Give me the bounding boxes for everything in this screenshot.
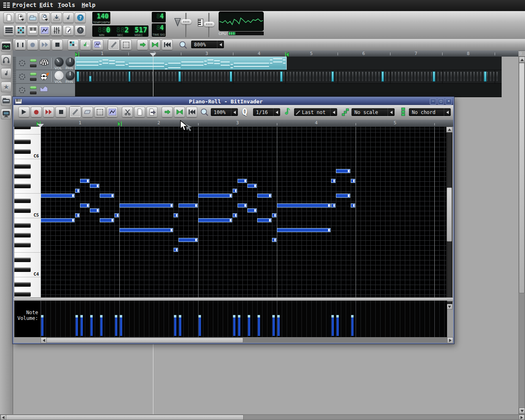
bb-cell-active[interactable] <box>77 71 79 82</box>
bb-cell[interactable] <box>306 71 308 82</box>
bb-cell[interactable] <box>142 71 144 82</box>
bb-cell[interactable] <box>384 71 387 82</box>
note-volume-bar[interactable] <box>115 317 117 336</box>
track-content-2[interactable] <box>75 70 502 84</box>
song-editor-button[interactable] <box>3 25 14 36</box>
automation-editor-button[interactable] <box>39 25 50 36</box>
song-record-button[interactable] <box>27 39 38 50</box>
bb-cell[interactable] <box>145 71 147 82</box>
bb-cell[interactable] <box>266 71 269 82</box>
piano-roll-titlebar[interactable]: Piano-Roll - BitInvader – □ × <box>14 98 453 105</box>
bb-cell[interactable] <box>309 71 311 82</box>
song-timeline[interactable]: 123456789 <box>75 51 518 57</box>
black-key[interactable] <box>14 139 31 144</box>
midi-note[interactable] <box>100 194 114 198</box>
pr-notelen-select[interactable]: Last not <box>294 108 337 116</box>
black-key[interactable] <box>14 184 31 188</box>
pr-quantize-select[interactable]: 1/16 <box>253 108 280 116</box>
note-volume-bar[interactable] <box>41 317 43 336</box>
bb-cell[interactable] <box>427 71 429 82</box>
bb-cell[interactable] <box>338 71 341 82</box>
bb-cell[interactable] <box>401 71 403 82</box>
bb-cell[interactable] <box>164 71 167 82</box>
midi-note[interactable] <box>336 194 350 198</box>
piano-roll-timeline[interactable]: 12345 <box>14 120 453 127</box>
pr-draw-mode-button[interactable] <box>70 107 81 117</box>
bb-cell[interactable] <box>109 71 111 82</box>
bb-cell[interactable] <box>368 71 370 82</box>
pr-vscrollbar-thumb[interactable] <box>447 187 452 242</box>
bb-cell[interactable] <box>174 71 177 82</box>
song-hscrollbar[interactable] <box>0 414 525 420</box>
track-header-bitinvader[interactable]: VOLPAN <box>13 57 75 70</box>
bb-cell-active[interactable] <box>89 76 91 82</box>
bb-cell[interactable] <box>263 71 265 82</box>
bb-cell[interactable] <box>125 71 128 82</box>
pr-cut-button[interactable] <box>122 107 133 117</box>
bb-cell[interactable] <box>286 71 288 82</box>
black-key[interactable] <box>14 243 31 247</box>
pr-select-mode-button[interactable] <box>94 107 105 117</box>
midi-note[interactable] <box>351 203 355 208</box>
bb-cell[interactable] <box>132 71 134 82</box>
bb-cell[interactable] <box>269 71 272 82</box>
song-record-play-button[interactable] <box>39 39 50 50</box>
loop-end-marker[interactable] <box>285 51 289 56</box>
bb-cell[interactable] <box>96 71 98 82</box>
bb-cell[interactable] <box>181 71 183 82</box>
note-volume-lane[interactable] <box>41 301 447 337</box>
sidebar-presets-button[interactable] <box>1 68 11 79</box>
midi-note[interactable] <box>198 218 232 222</box>
piano-roll-note-grid[interactable] <box>41 127 447 297</box>
master-volume-slider-handle[interactable] <box>181 19 192 24</box>
pr-record-button[interactable] <box>31 107 42 117</box>
black-key[interactable] <box>14 174 31 178</box>
bb-cell[interactable] <box>220 71 223 82</box>
sidebar-home-button[interactable]: ★ <box>1 82 11 92</box>
black-key[interactable] <box>14 127 31 129</box>
black-key[interactable] <box>14 233 31 237</box>
bb-cell-active[interactable] <box>331 71 334 82</box>
midi-note[interactable] <box>257 194 272 198</box>
bb-cell[interactable] <box>92 71 95 82</box>
pr-play-pos-keep-button[interactable] <box>174 107 185 117</box>
bb-cell[interactable] <box>358 71 361 82</box>
song-stop-button[interactable] <box>52 39 63 50</box>
bb-cell[interactable] <box>466 71 469 82</box>
bb-cell[interactable] <box>256 71 259 82</box>
midi-note[interactable] <box>90 208 99 212</box>
bb-cell[interactable] <box>273 71 275 82</box>
bb-cell[interactable] <box>253 71 256 82</box>
black-key[interactable] <box>14 149 31 154</box>
bb-cell[interactable] <box>122 71 124 82</box>
note-volume-bar[interactable] <box>80 317 83 336</box>
track-solo-led[interactable] <box>30 91 37 94</box>
note-volume-bar[interactable] <box>238 317 240 336</box>
midi-note[interactable] <box>173 248 178 252</box>
bb-cell[interactable] <box>135 71 137 82</box>
track-grip[interactable] <box>13 84 16 97</box>
track-instrument-icon[interactable] <box>40 86 48 94</box>
bb-cell[interactable] <box>161 71 164 82</box>
bb-cell[interactable] <box>194 71 196 82</box>
bb-cell-active[interactable] <box>230 71 232 82</box>
song-edit-mode-button[interactable] <box>121 39 132 50</box>
black-key[interactable] <box>14 267 31 272</box>
save-project-button[interactable] <box>51 12 62 23</box>
master-pitch-slider-handle[interactable] <box>204 22 215 27</box>
midi-note[interactable] <box>80 203 89 208</box>
midi-note[interactable] <box>237 179 247 183</box>
bb-cell[interactable] <box>260 71 262 82</box>
black-key[interactable] <box>14 282 31 287</box>
bb-cell[interactable] <box>437 71 439 82</box>
note-volume-bar[interactable] <box>258 317 260 336</box>
note-volume-bar[interactable] <box>272 317 275 336</box>
midi-note[interactable] <box>351 179 355 183</box>
add-automation-track-button[interactable] <box>92 39 103 50</box>
midi-note[interactable] <box>331 203 336 208</box>
song-rewind-button[interactable] <box>162 39 173 50</box>
song-play-pos-keep-button[interactable] <box>149 39 160 50</box>
piano-roll-button[interactable] <box>27 25 38 36</box>
bb-cell[interactable] <box>414 71 416 82</box>
track-mute-led[interactable] <box>30 86 37 89</box>
